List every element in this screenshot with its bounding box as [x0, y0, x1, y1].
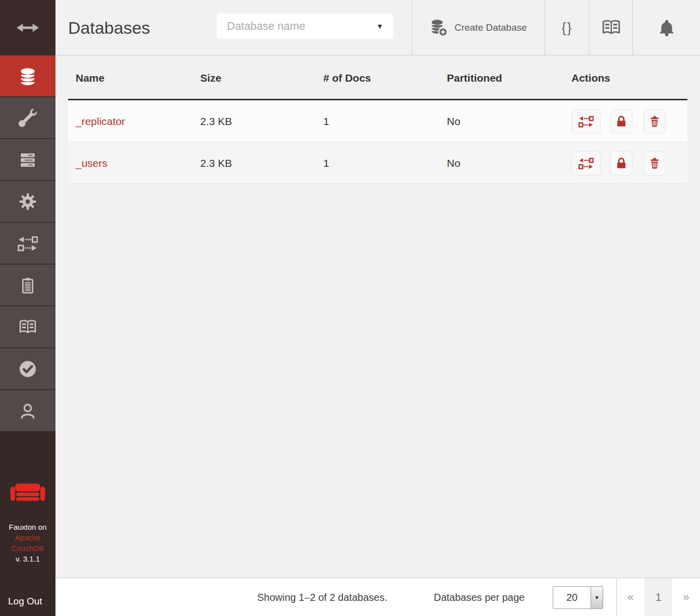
docs-cell: 1 [323, 142, 329, 184]
docs-cell: 1 [323, 100, 329, 142]
page-header: Databases Database name ▼ [55, 0, 700, 55]
replication-icon [578, 157, 594, 169]
replication-icon [18, 235, 38, 252]
per-page-value: 20 [553, 587, 591, 608]
database-name-select[interactable]: Database name ▼ [217, 14, 393, 39]
sidebar-item-settings[interactable] [0, 181, 55, 223]
sidebar-item-account[interactable] [0, 390, 55, 432]
braces-icon: {} [561, 20, 572, 36]
per-page-label: Databases per page [434, 578, 524, 616]
documentation-button[interactable] [589, 0, 632, 55]
couchdb-logo-icon [0, 480, 55, 506]
trash-icon [648, 115, 661, 128]
delete-database-button[interactable] [644, 109, 666, 134]
delete-database-button[interactable] [644, 151, 666, 175]
gear-icon [19, 193, 37, 211]
database-name-placeholder: Database name [217, 20, 305, 33]
trash-icon [648, 157, 661, 170]
table-row: _replicator 2.3 KB 1 No [68, 100, 687, 142]
pagination-next-button[interactable]: » [672, 578, 700, 616]
actions-cell [571, 142, 666, 184]
lock-icon [615, 115, 628, 128]
bell-icon [658, 19, 676, 37]
notifications-button[interactable] [632, 0, 700, 55]
size-cell: 2.3 KB [200, 100, 232, 142]
database-link[interactable]: _users [76, 157, 107, 169]
table-header-row: Name Size # of Docs Partitioned Actions [68, 56, 687, 100]
json-braces-button[interactable]: {} [545, 0, 589, 55]
sidebar-nav [0, 55, 55, 432]
actions-cell [571, 100, 666, 142]
sidebar-item-active-tasks[interactable] [0, 265, 55, 306]
partitioned-cell: No [447, 100, 460, 142]
column-header-actions: Actions [571, 56, 610, 100]
footer: Showing 1–2 of 2 databases. Databases pe… [55, 578, 700, 616]
replicate-database-button[interactable] [571, 109, 601, 134]
sidebar-item-databases[interactable] [0, 55, 55, 97]
open-book-icon [18, 319, 38, 336]
sidebar-item-replication[interactable] [0, 223, 55, 265]
chevron-down-icon: ▼ [376, 14, 383, 39]
column-header-name: Name [76, 56, 104, 100]
version-info: Fauxton on Apache CouchDB v. 3.1.1 [0, 522, 55, 564]
sidebar-item-verify[interactable] [0, 348, 55, 390]
set-permissions-button[interactable] [610, 109, 632, 134]
column-header-partitioned: Partitioned [447, 56, 502, 100]
databases-table: Name Size # of Docs Partitioned Actions … [68, 56, 687, 184]
create-database-label: Create Database [454, 22, 527, 33]
fauxton-label: Fauxton on [9, 523, 46, 531]
per-page-select[interactable]: 20 ▼ [553, 586, 603, 609]
main-content: Name Size # of Docs Partitioned Actions … [55, 56, 700, 578]
check-circle-icon [18, 359, 37, 379]
create-database-button[interactable]: Create Database [412, 0, 545, 55]
partitioned-cell: No [447, 142, 460, 184]
database-plus-icon [430, 19, 448, 37]
header-actions: Create Database {} [412, 0, 700, 55]
resize-horizontal-icon [16, 22, 39, 33]
sidebar-item-configuration[interactable] [0, 139, 55, 181]
sidebar-item-documentation[interactable] [0, 306, 55, 348]
column-header-size: Size [200, 56, 221, 100]
pagination-page-1[interactable]: 1 [645, 578, 673, 616]
page-title: Databases [68, 0, 150, 55]
lock-icon [615, 157, 628, 170]
logout-button[interactable]: Log Out [8, 596, 42, 607]
version-label: v. 3.1.1 [16, 555, 40, 563]
replicate-database-button[interactable] [571, 151, 601, 175]
clipboard-icon [19, 277, 36, 294]
size-cell: 2.3 KB [200, 142, 232, 184]
open-book-icon [601, 19, 622, 37]
collapse-sidebar-button[interactable] [0, 0, 55, 55]
replication-icon [578, 115, 594, 128]
apache-couchdb-link[interactable]: Apache CouchDB [7, 532, 49, 553]
select-arrow-icon: ▼ [591, 587, 603, 608]
showing-text: Showing 1–2 of 2 databases. [257, 578, 387, 616]
database-link[interactable]: _replicator [76, 115, 125, 128]
server-icon [19, 151, 36, 168]
fauxton-databases-screen: Fauxton on Apache CouchDB v. 3.1.1 Log O… [0, 0, 700, 616]
pagination: « 1 » [616, 578, 700, 616]
set-permissions-button[interactable] [610, 151, 632, 175]
sidebar-footer: Fauxton on Apache CouchDB v. 3.1.1 Log O… [0, 432, 55, 616]
column-header-docs: # of Docs [323, 56, 371, 100]
table-row: _users 2.3 KB 1 No [68, 142, 687, 184]
wrench-icon [19, 109, 37, 127]
user-icon [19, 402, 37, 420]
sidebar-item-setup[interactable] [0, 97, 55, 139]
pagination-prev-button[interactable]: « [617, 578, 645, 616]
database-icon [19, 67, 37, 85]
sidebar: Fauxton on Apache CouchDB v. 3.1.1 Log O… [0, 0, 55, 616]
